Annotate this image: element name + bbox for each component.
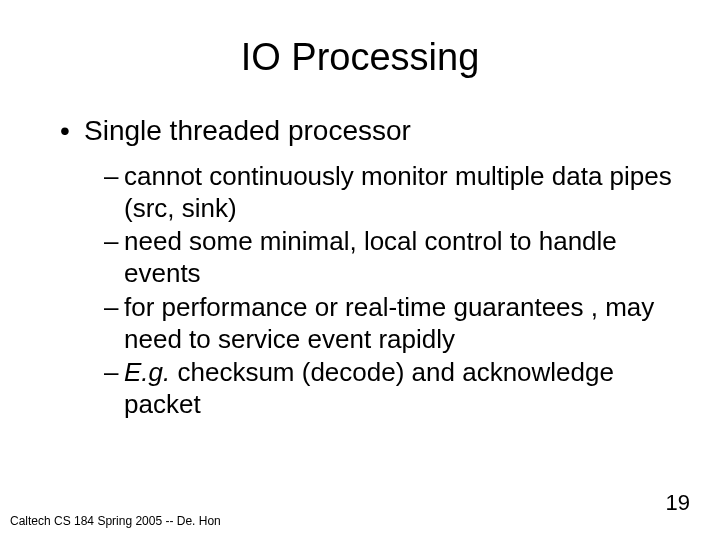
slide: IO Processing Single threaded processor … bbox=[0, 0, 720, 540]
bullet-level1: Single threaded processor cannot continu… bbox=[56, 115, 672, 421]
sub-bullet-1: need some minimal, local control to hand… bbox=[104, 226, 672, 289]
bullet-main-text: Single threaded processor bbox=[84, 115, 411, 146]
slide-title: IO Processing bbox=[48, 36, 672, 79]
sub-bullet-3: E.g. checksum (decode) and acknowledge p… bbox=[104, 357, 672, 420]
page-number: 19 bbox=[666, 490, 690, 516]
bullet-level2: cannot continuously monitor multiple dat… bbox=[104, 161, 672, 421]
sub-bullet-3-rest: checksum (decode) and acknowledge packet bbox=[124, 357, 614, 419]
sub-bullet-0: cannot continuously monitor multiple dat… bbox=[104, 161, 672, 224]
sub-bullet-2: for performance or real-time guarantees … bbox=[104, 292, 672, 355]
footer-text: Caltech CS 184 Spring 2005 -- De. Hon bbox=[10, 514, 221, 528]
sub-bullet-3-eg: E.g. bbox=[124, 357, 170, 387]
bullet-main: Single threaded processor cannot continu… bbox=[56, 115, 672, 421]
